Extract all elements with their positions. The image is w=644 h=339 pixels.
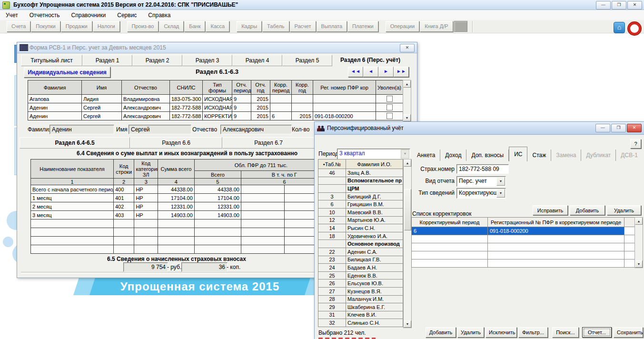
fired-checkbox[interactable] xyxy=(386,104,393,110)
list-item[interactable]: 27Кузнецов В.Я. xyxy=(318,287,403,295)
tab-razdel-1[interactable]: Раздел 1 xyxy=(82,55,132,66)
toolbar-pokupki-button[interactable]: Покупки xyxy=(31,21,60,32)
scroll-up-icon[interactable]: ▲ xyxy=(404,160,411,167)
list-item[interactable]: 25Еденюк В.В. xyxy=(318,271,403,279)
list-item[interactable]: 32Слинько С.Н. xyxy=(318,319,403,327)
toolbar-bank-button[interactable]: Банк xyxy=(184,21,205,32)
help-button[interactable]: ? xyxy=(630,139,641,149)
list-item[interactable]: 24Бадаев А.Н. xyxy=(318,264,403,272)
minimize-icon[interactable]: — xyxy=(595,124,610,132)
persons-table-scrollbar[interactable]: ▲ ▼ xyxy=(403,80,411,122)
menu-spravka[interactable]: Справка xyxy=(142,12,176,19)
close-icon[interactable]: ✕ xyxy=(627,1,642,10)
tab-titulny-list[interactable]: Титульный лист xyxy=(21,55,82,66)
tab-razdel-6[interactable]: Раздел 6 (Перс. учёт) xyxy=(332,55,408,65)
toolbar-blank-button[interactable] xyxy=(454,21,467,32)
poisk-button[interactable]: Поиск... xyxy=(552,327,579,338)
tab-dohod[interactable]: Доход xyxy=(440,150,466,161)
scroll-up-icon[interactable]: ▲ xyxy=(403,80,411,88)
toolbar-raschet-button[interactable]: Расчет xyxy=(290,21,316,32)
tab-is[interactable]: ИС xyxy=(509,147,527,161)
toolbar-scheta-button[interactable]: Счета xyxy=(7,21,30,32)
payments-row[interactable]: Всего с начала расчетного периода, в т40… xyxy=(31,185,328,194)
home-icon[interactable]: ⌂ xyxy=(614,22,625,33)
nav-prev-icon[interactable]: ◄ xyxy=(363,67,378,77)
list-item[interactable]: 18Удовиченко И.А. xyxy=(318,232,403,240)
toolbar-tabel-button[interactable]: Табель xyxy=(262,21,289,32)
payments-row[interactable]: 1 месяц401НР17104.0017104.00 xyxy=(31,194,328,202)
kop-field[interactable]: 36 xyxy=(181,262,228,272)
name-field[interactable]: Сергей xyxy=(129,125,191,134)
list-item[interactable]: 26Ельсуков Ю.В. xyxy=(318,279,403,288)
lifebuoy-help-icon[interactable] xyxy=(628,22,641,35)
fired-checkbox[interactable] xyxy=(386,113,393,119)
rub-field[interactable]: 9 754 xyxy=(123,262,168,272)
period-combobox[interactable]: 3 квартал ▼ xyxy=(337,149,410,160)
toolbar-vyplata-button[interactable]: Выплата xyxy=(317,21,347,32)
list-item[interactable]: 23Билицкая Г.В. xyxy=(318,256,403,264)
toolbar-proizvo-button[interactable]: Произ-во xyxy=(127,21,159,32)
list-item[interactable]: 22Аденин С.А. xyxy=(318,248,403,256)
tab-razdel-4[interactable]: Раздел 4 xyxy=(232,55,282,66)
toolbar-kniga-button[interactable]: Книга Д/Р xyxy=(420,21,453,32)
toolbar-platezhi-button[interactable]: Платежи xyxy=(347,21,378,32)
insurance-number-field[interactable]: 182-772-588 09 xyxy=(456,164,509,174)
person-row[interactable]: АгаповаЛидияВладимировна183-075-300ИСХОД… xyxy=(28,95,403,103)
tab-razdel-5[interactable]: Раздел 5 xyxy=(282,55,332,66)
list-item[interactable]: 10Маевский В.В. xyxy=(318,208,403,216)
dobavit-correction-button[interactable]: Добавить xyxy=(570,205,605,215)
minimize-icon[interactable]: — xyxy=(596,1,611,10)
individual-svedeniya-button[interactable]: Индивидуальные сведения xyxy=(24,67,110,78)
nav-first-icon[interactable]: ◄◄ xyxy=(348,67,363,77)
info-type-combobox[interactable]: Корректирующа ▼ xyxy=(456,188,506,199)
tab-dop-vznosy[interactable]: Доп. взносы xyxy=(466,150,509,161)
list-item[interactable]: Основное производ xyxy=(318,240,403,248)
scroll-down-icon[interactable]: ▼ xyxy=(635,260,643,268)
correction-row-selected[interactable]: 6091-018-000200 xyxy=(412,227,635,235)
surname-field[interactable]: Аденин xyxy=(50,125,114,134)
tab-dublikat[interactable]: Дубликат xyxy=(581,150,616,161)
scrollbar-thumb[interactable] xyxy=(404,189,411,230)
list-item[interactable]: ЦРМ xyxy=(318,185,403,193)
list-item[interactable]: 29Шкаберина Е.Г. xyxy=(318,303,403,311)
list-item[interactable]: 46Заяц А.В. xyxy=(318,169,403,177)
menu-spravochniki[interactable]: Справочники xyxy=(66,12,112,19)
scroll-down-icon[interactable]: ▼ xyxy=(404,320,411,328)
tab-zamena[interactable]: Замена xyxy=(551,150,581,161)
list-item[interactable]: 14Рысин С.Н. xyxy=(318,224,403,232)
list-item[interactable]: Вспомогательное пр xyxy=(318,177,403,185)
list-item[interactable]: 28Маланчук И.М. xyxy=(318,295,403,303)
tab-razdel-64-65[interactable]: Раздел 6.4-6.5 xyxy=(20,137,130,149)
toolbar-nalogi-button[interactable]: Налоги xyxy=(93,21,120,32)
menu-uchet[interactable]: Учет xyxy=(0,12,24,19)
scroll-down-icon[interactable]: ▼ xyxy=(403,114,411,121)
otchet-button[interactable]: Отчет... xyxy=(582,327,612,338)
menu-otchetnost[interactable]: Отчетность xyxy=(24,12,66,19)
nav-last-icon[interactable]: ►► xyxy=(394,67,409,77)
udalit-correction-button[interactable]: Удалить xyxy=(607,205,641,215)
close-icon[interactable]: ✕ xyxy=(627,124,642,132)
person-row[interactable]: АденинСергейАлександрович182-772-588КОРР… xyxy=(28,112,403,120)
person-row[interactable]: АденинСергейАлександрович182-772-588ИСХО… xyxy=(28,103,403,112)
nav-next-icon[interactable]: ► xyxy=(378,67,394,77)
udalit-button[interactable]: Удалить xyxy=(457,327,484,338)
tab-razdel-3[interactable]: Раздел 3 xyxy=(182,55,232,66)
scroll-up-icon[interactable]: ▲ xyxy=(635,218,643,225)
dobavit-button[interactable]: Добавить xyxy=(426,327,456,338)
filtr-button[interactable]: Фильтр... xyxy=(518,327,548,338)
toolbar-sklad-button[interactable]: Склад xyxy=(159,21,184,32)
patronymic-field[interactable]: Александрович xyxy=(220,125,292,134)
chevron-down-icon[interactable]: ▼ xyxy=(401,150,409,159)
toolbar-operacii-button[interactable]: Операции xyxy=(386,21,419,32)
fired-checkbox[interactable] xyxy=(386,96,393,102)
menu-servis[interactable]: Сервис xyxy=(111,12,142,19)
toolbar-kadry-button[interactable]: Кадры xyxy=(237,21,262,32)
report-type-combobox[interactable]: Перс. учет ▼ xyxy=(456,176,506,187)
chevron-down-icon[interactable]: ▼ xyxy=(496,189,505,198)
toolbar-prodazhi-button[interactable]: Продажи xyxy=(61,21,92,32)
isklyuchit-button[interactable]: Исключить xyxy=(485,327,517,338)
list-item[interactable]: 6Грицишин В.М. xyxy=(318,200,403,209)
corrections-scrollbar[interactable]: ▲ ▼ xyxy=(634,217,643,268)
sohranit-button[interactable]: Сохранить xyxy=(614,327,643,338)
tab-razdel-67[interactable]: Раздел 6.7 xyxy=(222,137,315,149)
